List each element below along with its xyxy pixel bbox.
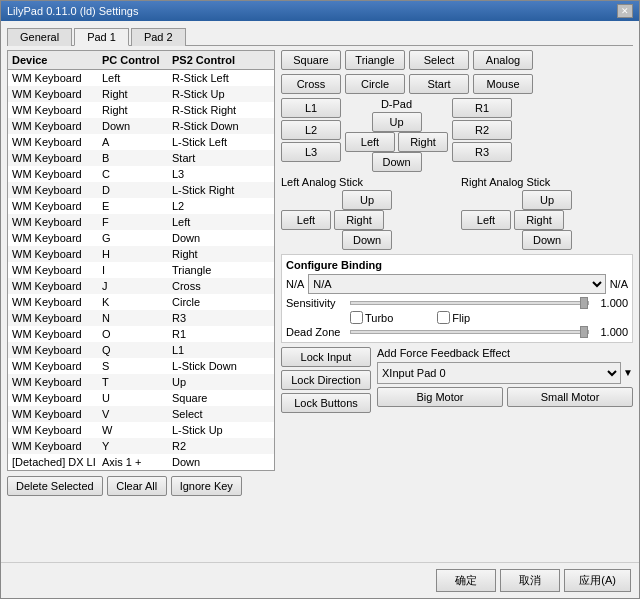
deadzone-value: 1.000 [593,326,628,338]
table-row[interactable]: WM KeyboardDownR-Stick Down [8,118,274,134]
table-row[interactable]: WM KeyboardWL-Stick Up [8,422,274,438]
right-analog-right-button[interactable]: Right [514,210,564,230]
analog-button[interactable]: Analog [473,50,533,70]
title-bar-buttons: ✕ [617,4,633,18]
main-window: LilyPad 0.11.0 (ld) Settings ✕ General P… [0,0,640,599]
motor-buttons-row: Big Motor Small Motor [377,387,633,407]
table-row[interactable]: WM KeyboardDL-Stick Right [8,182,274,198]
table-row[interactable]: WM KeyboardRightR-Stick Right [8,102,274,118]
binding-value1: N/A [286,278,304,290]
dpad-left-button[interactable]: Left [345,132,395,152]
table-row[interactable]: WM KeyboardTUp [8,374,274,390]
force-feedback-group: Add Force Feedback Effect XInput Pad 0 ▼… [377,347,633,413]
force-feedback-select-row: XInput Pad 0 ▼ [377,362,633,384]
deadzone-slider[interactable] [350,330,589,334]
tab-pad2[interactable]: Pad 2 [131,28,186,46]
turbo-checkbox[interactable] [350,311,363,324]
delete-selected-button[interactable]: Delete Selected [7,476,103,496]
dpad-mid-row: Left Right [345,132,448,152]
table-row[interactable]: WM KeyboardOR1 [8,326,274,342]
dpad-up-row: Up [372,112,422,132]
apply-button[interactable]: 应用(A) [564,569,631,592]
big-motor-button[interactable]: Big Motor [377,387,503,407]
table-row[interactable]: WM KeyboardCL3 [8,166,274,182]
table-row[interactable]: WM KeyboardNR3 [8,310,274,326]
right-analog-down-button[interactable]: Down [522,230,572,250]
lock-input-button[interactable]: Lock Input [281,347,371,367]
table-row[interactable]: WM KeyboardKCircle [8,294,274,310]
dpad-down-row: Down [372,152,422,172]
tab-pad1[interactable]: Pad 1 [74,28,129,46]
deadzone-row: Dead Zone 1.000 [286,326,628,338]
triangle-button[interactable]: Triangle [345,50,405,70]
deadzone-label: Dead Zone [286,326,346,338]
circle-button[interactable]: Circle [345,74,405,94]
right-analog-left-button[interactable]: Left [461,210,511,230]
l2-button[interactable]: L2 [281,120,341,140]
left-analog-up-row: Up [281,190,453,210]
table-row[interactable]: WM KeyboardUSquare [8,390,274,406]
table-row[interactable]: WM KeyboardRightR-Stick Up [8,86,274,102]
cancel-button[interactable]: 取消 [500,569,560,592]
table-row[interactable]: WM KeyboardHRight [8,246,274,262]
binding-row: N/A N/A N/A [286,274,628,294]
l1-button[interactable]: L1 [281,98,341,118]
table-row[interactable]: WM KeyboardQL1 [8,342,274,358]
lock-buttons-button[interactable]: Lock Buttons [281,393,371,413]
table-row[interactable]: WM KeyboardGDown [8,230,274,246]
left-analog-right-button[interactable]: Right [334,210,384,230]
table-row[interactable]: [Detached] DX LIAxis 1 +Down [8,454,274,470]
ignore-key-button[interactable]: Ignore Key [171,476,242,496]
l3-button[interactable]: L3 [281,142,341,162]
left-analog-label: Left Analog Stick [281,176,453,188]
left-section: Device PC Control PS2 Control WM Keyboar… [7,50,275,556]
left-analog-left-button[interactable]: Left [281,210,331,230]
table-row[interactable]: WM KeyboardEL2 [8,198,274,214]
deadzone-thumb [580,326,588,338]
table-row[interactable]: WM KeyboardYR2 [8,438,274,454]
ok-button[interactable]: 确定 [436,569,496,592]
force-feedback-select[interactable]: XInput Pad 0 [377,362,621,384]
cross-button[interactable]: Cross [281,74,341,94]
analog-section: Left Analog Stick Up Left Right Down [281,176,633,250]
table-row[interactable]: WM KeyboardSL-Stick Down [8,358,274,374]
left-analog-down-button[interactable]: Down [342,230,392,250]
dpad-right-button[interactable]: Right [398,132,448,152]
table-row[interactable]: WM KeyboardJCross [8,278,274,294]
table-row[interactable]: WM KeyboardFLeft [8,214,274,230]
table-row[interactable]: WM KeyboardVSelect [8,406,274,422]
flip-checkbox[interactable] [437,311,450,324]
close-button[interactable]: ✕ [617,4,633,18]
r1-button[interactable]: R1 [452,98,512,118]
table-row[interactable]: WM KeyboardBStart [8,150,274,166]
dpad-down-button[interactable]: Down [372,152,422,172]
flip-checkbox-label: Flip [437,311,470,324]
content-area: General Pad 1 Pad 2 Device PC Control PS… [1,21,639,562]
right-analog-up-button[interactable]: Up [522,190,572,210]
start-button[interactable]: Start [409,74,469,94]
table-row[interactable]: WM KeyboardAL-Stick Left [8,134,274,150]
window-bottom-buttons: 确定 取消 应用(A) [1,562,639,598]
table-row[interactable]: WM KeyboardLeftR-Stick Left [8,70,274,86]
table-row[interactable]: WM KeyboardITriangle [8,262,274,278]
select-button[interactable]: Select [409,50,469,70]
small-motor-button[interactable]: Small Motor [507,387,633,407]
lock-direction-button[interactable]: Lock Direction [281,370,371,390]
r3-button[interactable]: R3 [452,142,512,162]
square-button[interactable]: Square [281,50,341,70]
clear-all-button[interactable]: Clear All [107,476,167,496]
sensitivity-slider[interactable] [350,301,589,305]
bottom-right-section: Lock Input Lock Direction Lock Buttons A… [281,347,633,413]
r-buttons: R1 R2 R3 [452,98,512,162]
left-analog-group: Left Analog Stick Up Left Right Down [281,176,453,250]
title-bar: LilyPad 0.11.0 (ld) Settings ✕ [1,1,639,21]
left-analog-up-button[interactable]: Up [342,190,392,210]
tab-general[interactable]: General [7,28,72,46]
dpad-up-button[interactable]: Up [372,112,422,132]
mouse-button[interactable]: Mouse [473,74,533,94]
r2-button[interactable]: R2 [452,120,512,140]
table-body[interactable]: WM KeyboardLeftR-Stick LeftWM KeyboardRi… [8,70,274,470]
binding-select[interactable]: N/A [308,274,605,294]
force-feedback-title: Add Force Feedback Effect [377,347,633,359]
col-ps2: PS2 Control [168,53,274,67]
